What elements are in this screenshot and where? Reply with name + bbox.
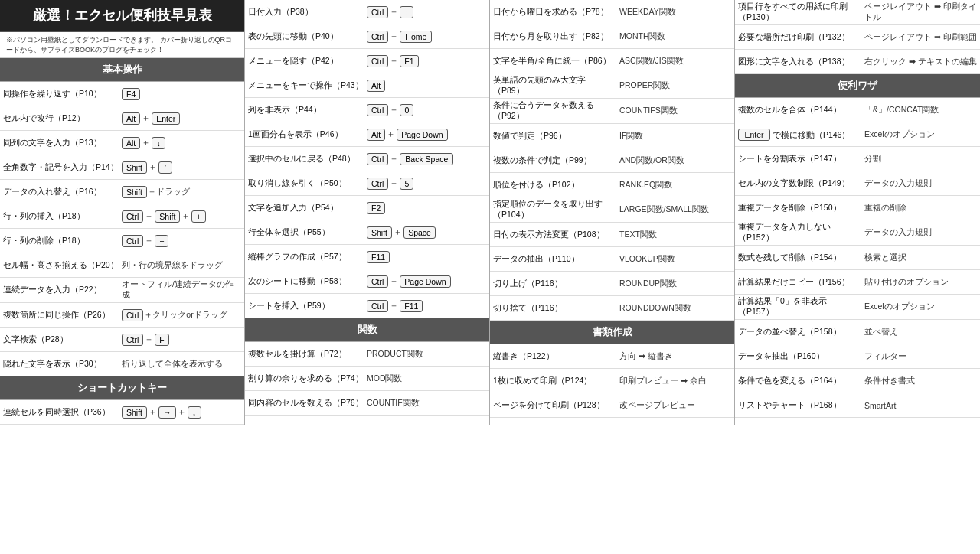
value: Alt ＋ Page Down	[367, 129, 486, 141]
label: 隠れた文字を表示（P30）	[3, 359, 122, 370]
value: PROPER関数	[619, 80, 731, 91]
label: 行・列の挿入（P18）	[3, 211, 122, 222]
key-ctrl: Ctrl	[122, 235, 143, 247]
value: 分割	[864, 154, 977, 165]
key-f11: F11	[367, 251, 390, 263]
key-ctrl: Ctrl	[367, 31, 388, 43]
value: ROUNDDOWN関数	[619, 303, 731, 314]
label: 行・列の削除（P18）	[3, 236, 122, 246]
text: 折り返して全体を表示する	[122, 359, 223, 370]
key-shift: Shift	[122, 406, 147, 419]
value: Ctrl ＋ ;	[367, 6, 486, 18]
plus: ＋	[181, 210, 191, 222]
row-filter: データを抽出（P160） フィルター	[735, 344, 980, 369]
label: 連続データを入力（P22）	[3, 285, 122, 295]
label: 日付の表示方法変更（P108）	[493, 230, 619, 240]
row-insert-sheet: シートを挿入（P59） Ctrl ＋ F11	[245, 294, 489, 318]
row-back-to-cell: 選択中のセルに戻る（P48） Ctrl ＋ Back Space	[245, 147, 489, 171]
text: MOD関数	[367, 373, 403, 384]
label: セル内で改行（P12）	[3, 113, 122, 124]
row-chart: 縦棒グラフの作成（P57） F11	[245, 245, 489, 269]
text: 貼り付けのオプション	[864, 277, 949, 288]
label: シートを挿入（P59）	[248, 301, 367, 311]
text: 分割	[864, 154, 881, 165]
row-month: 日付から月を取り出す（P82） MONTH関数	[490, 24, 734, 49]
text: 列・行の境界線をドラッグ	[122, 260, 223, 271]
row-sort: データの並べ替え（P158） 並べ替え	[735, 320, 980, 344]
key-ctrl: Ctrl	[367, 55, 388, 67]
label: メニューを隠す（P42）	[248, 56, 367, 67]
plus: ＋	[144, 210, 154, 222]
text: COUNTIFS関数	[619, 106, 678, 116]
value: Ctrl ＋ 5	[367, 178, 486, 190]
label: データの並べ替え（P158）	[738, 327, 864, 337]
row-autofill: 連続データを入力（P22） オートフィル/連続データの作成	[0, 278, 244, 303]
label: 文字を半角/全角に統一（P86）	[493, 56, 619, 67]
value: フィルター	[864, 351, 977, 362]
section-header-func: 関数	[245, 318, 489, 342]
label: 同操作を繰り返す（P10）	[3, 89, 122, 99]
label: セル内の文字数制限（P149）	[738, 178, 864, 189]
value: Ctrl ＋クリックorドラッグ	[122, 309, 241, 321]
label: 行全体を選択（P55）	[248, 227, 367, 238]
plus: ＋	[389, 6, 399, 18]
label: メニューをキーで操作（P43）	[248, 80, 367, 91]
section-header-basic: 基本操作	[0, 58, 244, 82]
label: 数式を残して削除（P154）	[738, 253, 864, 263]
row-countif: 同内容のセルを数える（P76） COUNTIF関数	[245, 391, 489, 416]
value: 条件付き書式	[864, 376, 977, 386]
value: ページレイアウト ➡ 印刷範囲	[864, 32, 977, 43]
row-menu-key: メニューをキーで操作（P43） Alt	[245, 73, 489, 98]
value: COUNTIFS関数	[619, 106, 731, 116]
value: MOD関数	[367, 373, 486, 384]
row-cellsize: セル幅・高さを揃える（P20） 列・行の境界線をドラッグ	[0, 253, 244, 278]
value: Excelのオプション	[864, 129, 977, 140]
label: 重複データを削除（P150）	[738, 203, 864, 213]
text: データの入力規則	[864, 178, 932, 189]
label: 列を非表示（P44）	[248, 105, 367, 116]
label: 条件で色を変える（P164）	[738, 376, 864, 386]
text: ASC関数/JIS関数	[619, 56, 684, 67]
row-shape-text: 図形に文字を入れる（P138） 右クリック ➡ テキストの編集	[735, 50, 980, 74]
value: Alt ＋ ↓	[122, 137, 241, 149]
sub-note: ※パソコン用壁紙としてダウンロードできます。 カバー折り返しのQRコードから、サ…	[0, 32, 244, 58]
label: データの抽出（P110）	[493, 254, 619, 265]
row-proper: 英単語の先頭のみ大文字（P89） PROPER関数	[490, 73, 734, 99]
label: 計算結果「0」を非表示（P157）	[738, 296, 864, 318]
key-shift: Shift	[122, 161, 147, 174]
row-strikethrough: 取り消し線を引く（P50） Ctrl ＋ 5	[245, 171, 489, 196]
value: RANK.EQ関数	[619, 180, 731, 191]
value: 折り返して全体を表示する	[122, 359, 241, 370]
key-down: ↓	[152, 137, 165, 149]
label: 項目行をすべての用紙に印刷（P130）	[738, 2, 864, 23]
text: AND関数/OR関数	[619, 155, 684, 166]
text: ROUNDDOWN関数	[619, 303, 691, 314]
key-ctrl: Ctrl	[367, 178, 388, 190]
plus: ＋	[386, 129, 396, 140]
label: 文字を追加入力（P54）	[248, 203, 367, 213]
plus: ＋	[389, 31, 399, 42]
plus: ＋	[148, 161, 158, 173]
label: 縦書き（P122）	[493, 351, 619, 362]
label: 日付入力（P38）	[248, 7, 367, 18]
plus: ＋	[389, 55, 399, 67]
value: Ctrl ＋ Back Space	[367, 153, 486, 165]
value: Ctrl ＋ −	[122, 235, 241, 247]
key-semicolon: ;	[400, 6, 413, 18]
column-3: 日付から曜日を求める（P78） WEEKDAY関数 日付から月を取り出す（P82…	[490, 0, 735, 425]
row-delete: 行・列の削除（P18） Ctrl ＋ −	[0, 229, 244, 253]
column-2: 日付入力（P38） Ctrl ＋ ; 表の先頭に移動（P40） Ctrl ＋ H…	[245, 0, 490, 425]
value: 重複の削除	[864, 203, 977, 213]
value: 方向 ➡ 縦書き	[619, 351, 731, 362]
column-1: 厳選！エクセル便利技早見表 ※パソコン用壁紙としてダウンロードできます。 カバー…	[0, 0, 245, 425]
text: LARGE関数/SMALL関数	[619, 204, 709, 215]
row-repeat: 同操作を繰り返す（P10） F4	[0, 82, 244, 106]
row-rank: 順位を付ける（P102） RANK.EQ関数	[490, 173, 734, 197]
text: PROPER関数	[619, 80, 670, 91]
row-multi-select: 連続セルを同時選択（P36） Shift ＋ → ＋ ↓	[0, 400, 244, 425]
row-next-sheet: 次のシートに移動（P58） Ctrl ＋ Page Down	[245, 269, 489, 294]
text: SmartArt	[864, 401, 896, 410]
text: ページレイアウト ➡ 印刷範囲	[864, 32, 977, 43]
label: 指定順位のデータを取り出す（P104）	[493, 199, 619, 220]
label: シートを分割表示（P147）	[738, 154, 864, 165]
